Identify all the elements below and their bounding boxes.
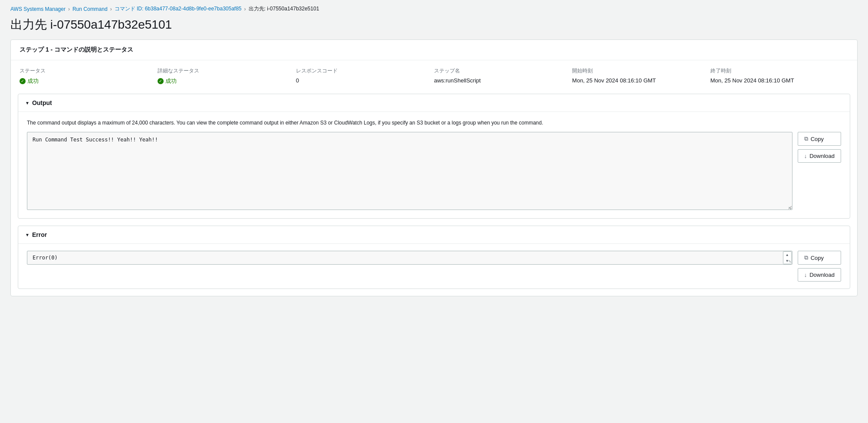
step1-header: ステップ 1 - コマンドの説明とステータス <box>11 40 857 60</box>
status-col-starttime: 開始時刻 Mon, 25 Nov 2024 08:16:10 GMT <box>572 67 710 85</box>
output-action-buttons: ⧉ Copy ↓ Download <box>798 132 841 163</box>
breadcrumb-link-command-id[interactable]: コマンド ID: 6b38a477-08a2-4d8b-9fe0-ee7ba30… <box>115 5 242 13</box>
breadcrumb-link-run-command[interactable]: Run Command <box>72 6 108 12</box>
output-textarea-container: ⤡ <box>27 132 792 211</box>
status-value-status: ✓ 成功 <box>20 77 158 85</box>
output-download-label: Download <box>809 153 835 159</box>
breadcrumb-current: 出力先: i-07550a147b32e5101 <box>249 5 319 13</box>
success-icon-status: ✓ <box>20 78 26 84</box>
page-title: 出力先 i-07550a147b32e5101 <box>10 17 858 33</box>
status-value-starttime: Mon, 25 Nov 2024 08:16:10 GMT <box>572 77 710 84</box>
error-input[interactable] <box>27 251 792 265</box>
error-input-wrapper: ▲ ▼ ✎ <box>27 251 792 265</box>
status-label-response: レスポンスコード <box>296 67 434 75</box>
status-value-response: 0 <box>296 77 434 84</box>
step1-title: ステップ 1 - コマンドの説明とステータス <box>20 46 848 54</box>
error-download-button[interactable]: ↓ Download <box>798 268 841 282</box>
error-textarea-container: ▲ ▼ ✎ ⧉ Copy ↓ Download <box>27 251 841 282</box>
spinner-up-button[interactable]: ▲ <box>783 252 791 258</box>
status-label-detail: 詳細なステータス <box>158 67 296 75</box>
error-body: ▲ ▼ ✎ ⧉ Copy ↓ Download <box>18 244 850 289</box>
status-label-stepname: ステップ名 <box>434 67 572 75</box>
output-title: Output <box>32 99 52 106</box>
download-icon: ↓ <box>804 153 807 159</box>
output-area-wrapper: ⤡ ⧉ Copy ↓ Download <box>27 132 841 211</box>
edit-icon: ✎ <box>788 259 792 264</box>
status-col-status: ステータス ✓ 成功 <box>20 67 158 85</box>
output-description: The command output displays a maximum of… <box>27 119 841 127</box>
status-col-detail: 詳細なステータス ✓ 成功 <box>158 67 296 85</box>
output-body: The command output displays a maximum of… <box>18 112 850 218</box>
status-col-stepname: ステップ名 aws:runShellScript <box>434 67 572 85</box>
success-icon-detail: ✓ <box>158 78 164 84</box>
status-label-starttime: 開始時刻 <box>572 67 710 75</box>
error-collapse-icon[interactable]: ▼ <box>25 233 30 237</box>
output-copy-button[interactable]: ⧉ Copy <box>798 132 841 146</box>
status-col-response: レスポンスコード 0 <box>296 67 434 85</box>
error-action-buttons: ⧉ Copy ↓ Download <box>798 251 841 282</box>
error-copy-button[interactable]: ⧉ Copy <box>798 251 841 265</box>
error-download-label: Download <box>809 272 835 278</box>
status-value-endtime: Mon, 25 Nov 2024 08:16:10 GMT <box>710 77 848 84</box>
output-textarea[interactable] <box>27 132 792 210</box>
status-col-endtime: 終了時刻 Mon, 25 Nov 2024 08:16:10 GMT <box>710 67 848 85</box>
output-card: ▼ Output The command output displays a m… <box>18 94 850 219</box>
breadcrumb-sep-3: › <box>244 6 246 12</box>
output-header: ▼ Output <box>18 94 850 112</box>
breadcrumb-link-ssm[interactable]: AWS Systems Manager <box>10 6 66 12</box>
output-collapse-icon[interactable]: ▼ <box>25 101 30 105</box>
error-title: Error <box>32 231 47 238</box>
status-label-endtime: 終了時刻 <box>710 67 848 75</box>
error-copy-label: Copy <box>811 255 824 261</box>
status-value-stepname: aws:runShellScript <box>434 77 572 84</box>
breadcrumb: AWS Systems Manager › Run Command › コマンド… <box>10 5 858 13</box>
error-card: ▼ Error ▲ ▼ ✎ ⧉ <box>18 226 850 289</box>
status-grid: ステータス ✓ 成功 詳細なステータス ✓ 成功 レスポンスコード 0 <box>11 60 857 94</box>
step1-card: ステップ 1 - コマンドの説明とステータス ステータス ✓ 成功 詳細なステー… <box>10 39 858 296</box>
breadcrumb-sep-1: › <box>68 6 70 12</box>
copy-icon: ⧉ <box>804 135 808 142</box>
output-copy-label: Copy <box>811 136 824 142</box>
status-value-detail: ✓ 成功 <box>158 77 296 85</box>
output-download-button[interactable]: ↓ Download <box>798 149 841 163</box>
status-label-status: ステータス <box>20 67 158 75</box>
error-header: ▼ Error <box>18 226 850 244</box>
error-download-icon: ↓ <box>804 272 807 278</box>
error-copy-icon: ⧉ <box>804 254 808 261</box>
breadcrumb-sep-2: › <box>110 6 112 12</box>
